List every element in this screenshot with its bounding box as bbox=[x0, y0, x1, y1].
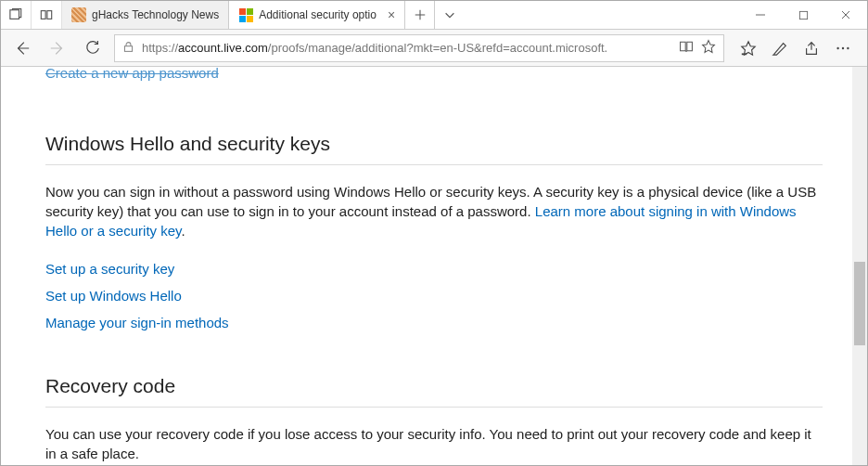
tab-label: gHacks Technology News bbox=[92, 8, 219, 21]
svg-rect-1 bbox=[41, 11, 45, 19]
page-viewport: Create a new app password Windows Hello … bbox=[1, 67, 867, 465]
tab-additional-security[interactable]: Additional security optio × bbox=[229, 1, 405, 29]
forward-button[interactable] bbox=[44, 34, 71, 62]
refresh-button[interactable] bbox=[79, 34, 107, 62]
maximize-button[interactable] bbox=[782, 1, 824, 29]
svg-rect-0 bbox=[10, 10, 19, 19]
svg-rect-4 bbox=[124, 45, 132, 51]
tabs-aside-button[interactable] bbox=[1, 1, 32, 29]
tab-ghacks[interactable]: gHacks Technology News bbox=[62, 1, 229, 29]
tab-preview-button[interactable] bbox=[32, 1, 62, 29]
tab-overflow-button[interactable] bbox=[435, 1, 465, 29]
share-icon[interactable] bbox=[802, 39, 821, 58]
favorite-star-icon[interactable] bbox=[701, 39, 716, 57]
title-bar: gHacks Technology News Additional securi… bbox=[1, 1, 867, 30]
manage-signin-methods-link[interactable]: Manage your sign-in methods bbox=[45, 315, 823, 330]
more-menu-icon[interactable] bbox=[834, 39, 852, 58]
svg-rect-3 bbox=[799, 11, 807, 19]
vertical-scrollbar[interactable] bbox=[852, 67, 867, 465]
tab-label: Additional security optio bbox=[259, 8, 377, 21]
windows-hello-description: Now you can sign in without a password u… bbox=[45, 182, 823, 240]
create-app-password-link[interactable]: Create a new app password bbox=[45, 67, 823, 88]
svg-point-7 bbox=[847, 46, 849, 48]
recovery-code-description: You can use your recovery code if you lo… bbox=[45, 424, 823, 463]
nav-bar: https://account.live.com/proofs/manage/a… bbox=[1, 30, 867, 67]
favorites-hub-icon[interactable] bbox=[739, 39, 758, 58]
notes-icon[interactable] bbox=[771, 39, 789, 58]
lock-icon bbox=[122, 41, 134, 56]
toolbar-right bbox=[732, 39, 860, 58]
back-button[interactable] bbox=[8, 34, 36, 62]
url-text: https://account.live.com/proofs/manage/a… bbox=[142, 41, 671, 55]
setup-windows-hello-link[interactable]: Set up Windows Hello bbox=[45, 288, 823, 304]
page-content: Create a new app password Windows Hello … bbox=[1, 67, 867, 463]
svg-point-5 bbox=[836, 46, 838, 48]
setup-security-key-link[interactable]: Set up a security key bbox=[45, 261, 823, 277]
reading-view-icon[interactable] bbox=[679, 39, 694, 57]
address-bar[interactable]: https://account.live.com/proofs/manage/a… bbox=[114, 34, 724, 62]
tab-strip: gHacks Technology News Additional securi… bbox=[62, 1, 739, 29]
close-window-button[interactable] bbox=[824, 1, 867, 29]
close-tab-icon[interactable]: × bbox=[388, 7, 395, 22]
hello-links: Set up a security key Set up Windows Hel… bbox=[45, 261, 823, 330]
recovery-code-heading: Recovery code bbox=[45, 375, 823, 408]
new-tab-button[interactable] bbox=[405, 1, 435, 29]
minimize-button[interactable] bbox=[739, 1, 782, 29]
window-controls bbox=[739, 1, 867, 29]
svg-point-6 bbox=[842, 46, 844, 48]
windows-hello-heading: Windows Hello and security keys bbox=[45, 133, 823, 165]
svg-rect-2 bbox=[47, 11, 52, 19]
microsoft-favicon-icon bbox=[238, 7, 253, 22]
scrollbar-thumb[interactable] bbox=[854, 262, 865, 345]
ghacks-favicon-icon bbox=[71, 7, 86, 22]
